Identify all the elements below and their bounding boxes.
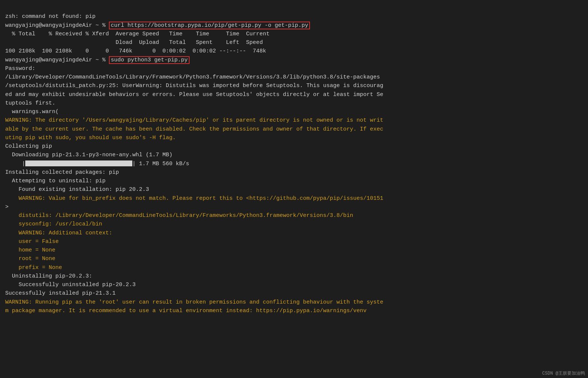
terminal-line: 100 2108k 100 2108k 0 0 746k 0 0:00:02 0… [5,47,583,55]
terminal-line: Successfully installed pip-21.3.1 [5,289,583,298]
terminal-line: |████████████████████████████████| 1.7 M… [5,160,583,168]
terminal-line: Uninstalling pip-20.2.3: [5,272,583,281]
terminal-line: wangyajing@wangyajingdeAir ~ % sudo pyth… [5,56,583,64]
watermark-text: CSDN @王朕要加油鸭 [542,370,585,377]
terminal-line: Installing collected packages: pip [5,168,583,177]
terminal-output: zsh: command not found: pipwangyajing@wa… [5,4,583,315]
terminal-line: Dload Upload Total Spent Left Speed [5,38,583,47]
terminal-line: prefix = None [5,263,583,272]
terminal-line: Downloading pip-21.3.1-py3-none-any.whl … [5,151,583,159]
terminal-line: tuptools first. [5,99,583,108]
terminal-line: Collecting pip [5,142,583,151]
terminal-line: wangyajing@wangyajingdeAir ~ % curl http… [5,21,583,30]
terminal-line: uting pip with sudo, you should use sudo… [5,134,583,142]
prompt-text: wangyajing@wangyajingdeAir ~ % [5,57,109,63]
terminal-line: m package manager. It is recommended to … [5,307,583,315]
terminal-line: zsh: command not found: pip [5,12,583,21]
command-text: curl https://bootstrap.pypa.io/pip/get-p… [109,22,310,29]
terminal-line: warnings.warn( [5,108,583,116]
terminal-line: distutils: /Library/Developer/CommandLin… [5,211,583,220]
terminal-line: Password: [5,64,583,73]
terminal-line: WARNING: Additional context: [5,229,583,237]
terminal-line: root = None [5,254,583,263]
terminal-line: Successfully uninstalled pip-20.2.3 [5,281,583,289]
terminal-line: > [5,203,583,211]
terminal-line: WARNING: The directory '/Users/wangyajin… [5,116,583,125]
command-text: sudo python3 get-pip.py [109,56,190,64]
terminal-line: able by the current user. The cache has … [5,125,583,134]
terminal-line: Attempting to uninstall: pip [5,177,583,185]
terminal-line: Found existing installation: pip 20.2.3 [5,185,583,194]
terminal-line: WARNING: Running pip as the 'root' user … [5,298,583,307]
terminal-line: % Total % Received % Xferd Average Speed… [5,30,583,38]
terminal-line: ed and may exhibit undesirable behaviors… [5,90,583,99]
terminal-line: /setuptools/distutils_patch.py:25: UserW… [5,81,583,90]
terminal-line: home = None [5,246,583,254]
prompt-text: wangyajing@wangyajingdeAir ~ % [5,22,109,29]
terminal-line: /Library/Developer/CommandLineTools/Libr… [5,73,583,81]
terminal-line: WARNING: Value for bin_prefix does not m… [5,194,583,203]
terminal-line: sysconfig: /usr/local/bin [5,220,583,228]
terminal-line: user = False [5,237,583,246]
